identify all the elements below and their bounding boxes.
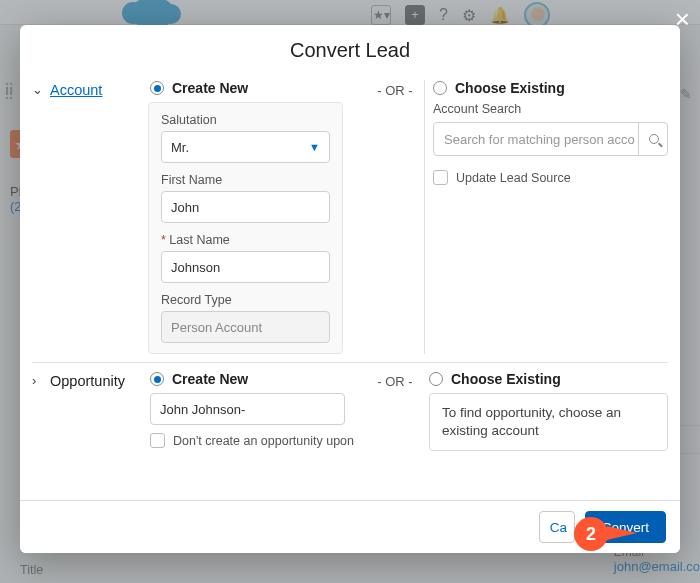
account-section-link[interactable]: Account [50, 80, 150, 354]
last-name-label: * Last Name [161, 233, 330, 247]
opportunity-create-new-radio[interactable] [150, 372, 164, 386]
salutation-label: Salutation [161, 113, 330, 127]
account-create-fields: Salutation Mr. ▼ First Name * Last Name [148, 102, 343, 354]
update-lead-source-label: Update Lead Source [456, 171, 571, 185]
convert-lead-modal: Convert Lead ⌄ Account Create New Saluta… [20, 25, 680, 553]
or-separator-2: - OR - [370, 371, 420, 451]
last-name-input[interactable] [161, 251, 330, 283]
dont-create-opportunity-label: Don't create an opportunity upon [173, 434, 354, 448]
dont-create-opportunity-checkbox[interactable] [150, 433, 165, 448]
account-create-new-label: Create New [172, 80, 248, 96]
salutation-select[interactable]: Mr. ▼ [161, 131, 330, 163]
account-choose-existing-radio[interactable] [433, 81, 447, 95]
record-type-label: Record Type [161, 293, 330, 307]
account-search-label: Account Search [433, 102, 668, 116]
opportunity-choose-message: To find opportunity, choose an existing … [429, 393, 668, 451]
or-separator: - OR - [370, 80, 420, 354]
account-section: ⌄ Account Create New Salutation Mr. ▼ [32, 72, 668, 362]
opportunity-choose-existing-label: Choose Existing [451, 371, 561, 387]
modal-title: Convert Lead [20, 25, 680, 72]
chevron-down-icon: ▼ [309, 141, 320, 153]
opportunity-name-input[interactable] [150, 393, 345, 425]
account-search-input[interactable] [433, 122, 668, 156]
cancel-button[interactable]: Ca [539, 511, 575, 543]
opportunity-collapse-toggle[interactable]: › [32, 371, 50, 451]
annotation-step-2: 2 [574, 517, 608, 551]
close-icon[interactable]: × [675, 4, 690, 35]
opportunity-choose-existing-radio[interactable] [429, 372, 443, 386]
update-lead-source-checkbox[interactable] [433, 170, 448, 185]
account-collapse-toggle[interactable]: ⌄ [32, 80, 50, 354]
account-search-button[interactable] [638, 122, 668, 156]
record-type-input [161, 311, 330, 343]
annotation-arrow-icon [607, 526, 637, 540]
opportunity-create-new-label: Create New [172, 371, 248, 387]
first-name-input[interactable] [161, 191, 330, 223]
opportunity-section: › Opportunity Create New Don't create an… [32, 362, 668, 459]
opportunity-section-label: Opportunity [50, 371, 150, 451]
first-name-label: First Name [161, 173, 330, 187]
account-create-new-radio[interactable] [150, 81, 164, 95]
vertical-divider [424, 80, 425, 354]
account-choose-existing-label: Choose Existing [455, 80, 565, 96]
search-icon [649, 134, 659, 144]
